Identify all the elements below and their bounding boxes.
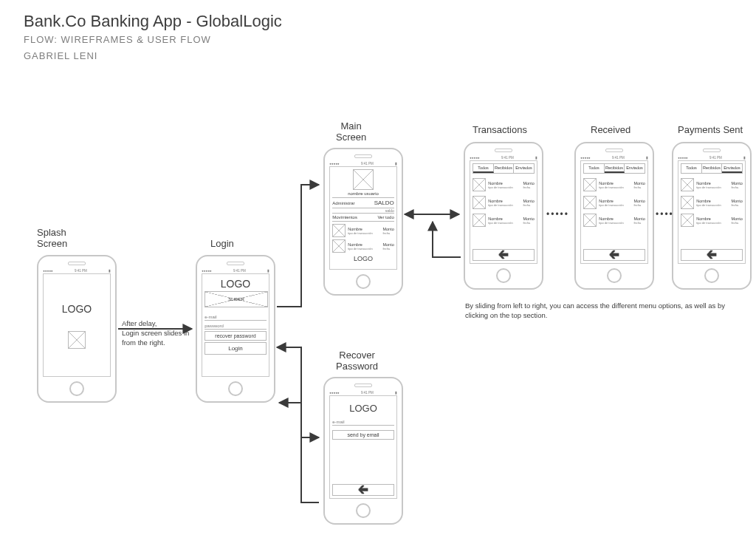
page-author: GABRIEL LENI [24, 50, 97, 61]
phone-main: ●●●●●9:41 PM▮ nombre usuario Administrar… [323, 148, 403, 296]
tab-enviados[interactable]: Enviados [625, 164, 645, 173]
status-bar: ●●●●●9:41 PM▮ [580, 156, 648, 160]
tx-tabs: Todos Recibidos Enviados [472, 163, 535, 174]
tab-recibidos[interactable]: Recibidos [605, 164, 625, 173]
transaction-row[interactable]: Nombretipo de transacciónMontofecha [583, 196, 645, 209]
transaction-row[interactable]: Nombretipo de transacciónMontofecha [583, 214, 645, 227]
label-login: Login [210, 238, 234, 249]
tx-icon [472, 214, 486, 227]
username: nombre usuario [348, 191, 379, 196]
tab-todos[interactable]: Todos [681, 164, 702, 173]
login-button[interactable]: Login [205, 342, 267, 355]
phone-speaker [605, 149, 623, 152]
tab-recibidos[interactable]: Recibidos [702, 164, 723, 173]
tx-icon [583, 214, 597, 227]
home-button [69, 381, 84, 396]
recover-password-button[interactable]: recover password [205, 331, 267, 341]
caption-after-splash: After delay, Login screen slides in from… [122, 319, 189, 347]
tx-tabs: Todos Recibidos Enviados [681, 163, 743, 174]
phone-speaker [68, 262, 86, 265]
status-bar: ●●●●●9:41 PM▮ [202, 269, 269, 273]
back-button[interactable]: 🡰 [681, 249, 743, 261]
page-title: Bank.Co Banking App - GlobalLogic [24, 12, 282, 31]
movements-label: Movimientos [332, 215, 357, 219]
recover-email-field[interactable]: e-mail [332, 417, 394, 426]
phone-transactions: ●●●●●9:41 PM▮ Todos Recibidos Enviados N… [464, 142, 543, 290]
tab-todos[interactable]: Todos [473, 164, 494, 173]
tx-icon [332, 224, 346, 237]
connector-dots: ••••• [546, 209, 569, 219]
phone-splash: ●●●●●9:41 PM▮ LOGO [37, 255, 117, 403]
send-email-button[interactable]: send by email [332, 430, 394, 440]
status-bar: ●●●●●9:41 PM▮ [470, 156, 537, 160]
page-subtitle: FLOW: WIREFRAMES & USER FLOW [24, 34, 211, 45]
tx-tabs: Todos Recibidos Enviados [583, 163, 645, 174]
tab-enviados[interactable]: Enviados [722, 164, 742, 173]
manage-link[interactable]: Administrar [332, 201, 354, 205]
email-field[interactable]: e-mail [205, 312, 267, 321]
connector-dots: •••• [656, 209, 674, 219]
back-button[interactable]: 🡰 [332, 484, 394, 496]
home-button [356, 274, 371, 289]
tx-icon [583, 196, 597, 209]
phone-recover: ●●●●●9:41 PM▮ LOGO e-mail send by email … [323, 377, 403, 525]
tab-todos[interactable]: Todos [584, 164, 605, 173]
status-bar: ●●●●●9:41 PM▮ [329, 162, 397, 166]
phone-login: ●●●●●9:41 PM▮ LOGO SLIDER e-mail passwor… [196, 255, 275, 403]
placeholder-icon [68, 331, 86, 349]
transaction-row[interactable]: Nombretipo de transacciónMontofecha [472, 196, 535, 209]
tx-icon [681, 196, 694, 209]
status-bar: ●●●●●9:41 PM▮ [678, 156, 746, 160]
transaction-row[interactable]: Nombretipo de transacción Montofecha [332, 239, 394, 253]
avatar-placeholder [353, 169, 374, 190]
password-field[interactable]: password [205, 321, 267, 330]
tx-icon [583, 178, 597, 191]
phone-speaker [495, 149, 512, 152]
phone-speaker [703, 149, 721, 152]
phone-speaker [354, 154, 372, 158]
home-button [704, 268, 719, 283]
transaction-row[interactable]: Nombretipo de transacciónMontofecha [472, 214, 535, 227]
phone-received: ●●●●●9:41 PM▮ Todos Recibidos Enviados N… [574, 142, 654, 290]
tab-enviados[interactable]: Enviados [514, 164, 534, 173]
footer-logo: LOGO [332, 255, 394, 262]
label-recover: Recover Password [336, 350, 378, 372]
login-logo: LOGO [205, 278, 267, 290]
tx-icon [472, 196, 486, 209]
splash-logo: LOGO [62, 303, 92, 315]
phone-speaker [227, 262, 244, 265]
tx-icon [332, 239, 346, 253]
label-main: Main Screen [336, 120, 366, 143]
transaction-row[interactable]: Nombretipo de transacciónMontofecha [681, 178, 743, 191]
label-splash: Splash Screen [37, 227, 67, 249]
transaction-row[interactable]: Nombretipo de transacciónMontofecha [681, 196, 743, 209]
back-button[interactable]: 🡰 [472, 249, 535, 261]
home-button [356, 503, 371, 518]
transaction-row[interactable]: Nombretipo de transacciónMontofecha [583, 178, 645, 191]
transaction-row[interactable]: Nombretipo de transacción Montofecha [332, 224, 394, 237]
tab-recibidos[interactable]: Recibidos [494, 164, 515, 173]
caption-slide-hint: By sliding from left to right, you can a… [465, 301, 738, 321]
status-bar: ●●●●●9:41 PM▮ [43, 269, 111, 273]
home-button [228, 381, 243, 396]
login-slider[interactable]: SLIDER [205, 291, 268, 307]
tx-icon [472, 178, 486, 191]
phone-sent: ●●●●●9:41 PM▮ Todos Recibidos Enviados N… [672, 142, 752, 290]
transaction-row[interactable]: Nombretipo de transacciónMontofecha [681, 214, 743, 227]
balance-value: SALDO [374, 200, 394, 206]
view-all-link[interactable]: Ver todo [377, 215, 394, 219]
label-transactions: Transactions [472, 124, 527, 135]
back-button[interactable]: 🡰 [583, 249, 645, 261]
tx-icon [681, 178, 694, 191]
home-button [607, 268, 622, 283]
phone-speaker [354, 384, 372, 387]
label-sent: Payments Sent [678, 124, 743, 135]
recover-logo: LOGO [332, 403, 394, 414]
transaction-row[interactable]: Nombretipo de transacciónMontofecha [472, 178, 535, 191]
tx-icon [681, 214, 694, 227]
label-received: Received [591, 124, 630, 135]
home-button [496, 268, 511, 283]
status-bar: ●●●●●9:41 PM▮ [329, 391, 397, 395]
